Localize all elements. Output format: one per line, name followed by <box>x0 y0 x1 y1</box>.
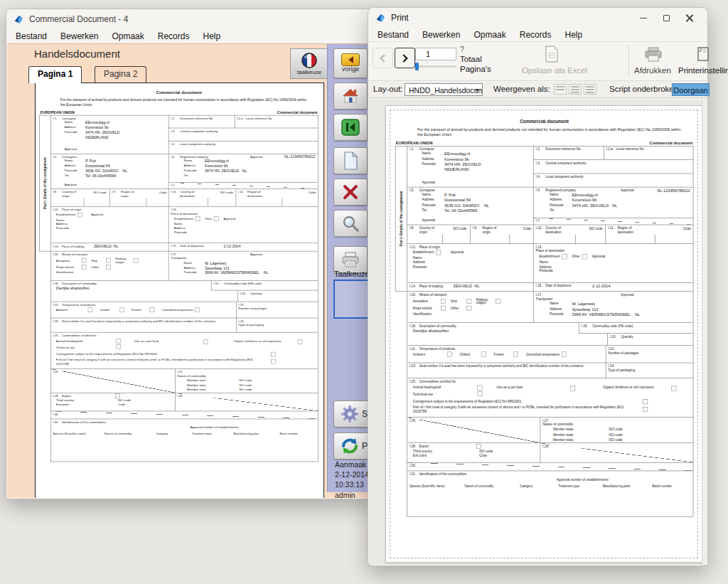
company-postcode[interactable]: 3474 HN ZEGVELD NL <box>205 169 247 174</box>
field-i27-nature-commodity[interactable]: I.27.Nature of commodity Member stateISO… <box>176 368 318 392</box>
fertilizers-checkbox[interactable] <box>671 386 676 391</box>
description-value[interactable]: Dierlijke afvalstoffen <box>413 329 577 334</box>
consignee-address[interactable]: Dorpsstraat 54 <box>85 164 110 169</box>
view-mode-form-button[interactable] <box>554 84 567 95</box>
chilled-checkbox[interactable] <box>481 352 486 357</box>
field-i14-place-loading[interactable]: I.14.Place of loading ZEGVELD NL <box>51 243 169 251</box>
field-i10-country-destination[interactable]: I.10.Country of destination ISO code <box>534 225 606 243</box>
field-i24-packaging[interactable]: I.24.Type of packaging <box>237 318 318 332</box>
field-i1-consignor[interactable]: I.1.Consignor NameEEnvoudigg.nl AddressK… <box>407 146 534 186</box>
menu-bewerken[interactable]: Bewerken <box>422 30 460 40</box>
consignor-country[interactable]: NEDERLAND <box>85 135 108 140</box>
field-i13-place-destination[interactable]: I.13.Place of destination Establishment … <box>169 206 318 243</box>
consignee-address[interactable]: Dorpsstraat 54 <box>444 198 471 203</box>
company-name[interactable]: EEnvoudigg.nl <box>572 193 598 198</box>
consignee-postcode[interactable]: 3639 GG DAARZO NL <box>85 169 127 174</box>
view-mode-table-button[interactable] <box>584 84 596 95</box>
establishment-checkbox[interactable] <box>196 216 200 221</box>
field-i5-consignee[interactable]: I.5.Consignee NameP. Puk AddressDorpsstr… <box>407 187 534 224</box>
field-i14-place-loading[interactable]: I.14.Place of loading ZEGVELD NL <box>407 282 534 291</box>
save-as-excel-label[interactable]: Opslaan als Excel <box>522 66 587 75</box>
field-i18-description[interactable]: I.18.Description of commodity Dierlijke … <box>51 280 211 301</box>
field-i17-transporter[interactable]: I.17.Transporter Approval NameW. Lagerwe… <box>169 251 318 280</box>
print-titlebar[interactable]: Print <box>368 8 707 28</box>
establishment-checkbox[interactable] <box>77 213 82 217</box>
menu-bewerken[interactable]: Bewerken <box>60 31 98 41</box>
field-i3-central-authority[interactable]: I.3.Central competent authority <box>534 159 693 174</box>
reg999-checkbox[interactable] <box>643 399 648 404</box>
other-checkbox[interactable] <box>214 216 218 221</box>
menu-bestand[interactable]: Bestand <box>16 31 47 41</box>
field-i17-transporter[interactable]: I.17.Transporter Approval NameW. Lagerwe… <box>534 292 693 323</box>
continue-button[interactable]: Doorgaan <box>672 83 710 96</box>
field-i4-local-authority[interactable]: I.4.Local competent authority <box>169 141 318 154</box>
tab-pagina-2[interactable]: Pagina 2 <box>95 66 146 83</box>
field-i19-commodity-code[interactable]: I.19.Commodity code (HS code) <box>579 323 693 334</box>
consignor-name[interactable]: EEnvoudigg.nl <box>85 120 109 125</box>
menu-records[interactable]: Records <box>520 30 552 40</box>
consignor-postcode[interactable]: 3474 HN ZEGVELD <box>85 130 119 135</box>
fertilizers-checkbox[interactable] <box>298 339 302 344</box>
transporter-name[interactable]: W. Lagerweij <box>205 261 226 266</box>
technical-use-checkbox[interactable] <box>478 391 483 396</box>
export-checkbox[interactable] <box>115 393 119 398</box>
field-i27-nature-commodity[interactable]: I.27.Nature of commodity Member stateISO… <box>540 418 693 443</box>
field-i4-local-authority[interactable]: I.4.Local competent authority <box>534 174 693 187</box>
technical-use-checkbox[interactable] <box>117 344 121 349</box>
establishment-checkbox[interactable] <box>436 250 441 255</box>
company-approval-number[interactable]: NL-123456789012 <box>284 154 316 159</box>
taalkeuze-button[interactable]: taalkeuze <box>290 48 328 79</box>
company-name[interactable]: EEnvoudigg.nl <box>205 159 229 164</box>
home-button[interactable] <box>333 83 368 110</box>
print-action-button[interactable] <box>644 47 663 65</box>
fishoil-checkbox[interactable] <box>271 359 275 363</box>
consignee-tel[interactable]: Tel: 06-33x445566 <box>85 174 116 179</box>
page-slider-thumb[interactable] <box>415 63 419 70</box>
field-i31-identification[interactable]: I.31.Identification of the commodities A… <box>407 471 693 516</box>
transporter-address[interactable]: Speedway 121 <box>572 307 599 312</box>
field-i9-region-origin[interactable]: I.9.Region of origin Code <box>470 225 533 243</box>
consignee-tel[interactable]: Tel: 06-33x445566 <box>444 208 477 213</box>
railway-checkbox[interactable] <box>496 299 500 304</box>
field-i1-consignor[interactable]: I.1.Consignor NameEEnvoudigg.nl AddressK… <box>51 115 169 154</box>
field-i12-place-origin[interactable]: I.12.Place of origin Establishment Appro… <box>407 244 534 282</box>
aeroplane-checkbox[interactable] <box>82 258 86 262</box>
field-i15-date-departure[interactable]: I.15.Date of departure 2-12-2014 <box>169 243 318 251</box>
next-page-button[interactable] <box>395 48 415 68</box>
field-i23-seal-number[interactable]: I.23. Seal number if a seal has been imp… <box>51 318 237 332</box>
company-approval-number[interactable]: NL-123456789012 <box>657 188 690 193</box>
consignor-country[interactable]: NEDERLAND <box>444 167 469 172</box>
transporter-postcode[interactable]: 3999 AV VERWEGSTERADEEL NL <box>205 270 268 275</box>
field-i8-country-origin[interactable]: I.8.Country of origin ISO code <box>407 225 470 243</box>
field-i11-region-destination[interactable]: I.11.Region of destination Code <box>606 225 693 243</box>
consignee-name[interactable]: P. Puk <box>85 159 96 164</box>
field-i25-certified-for[interactable]: I.25.Commodities certified for: Animal f… <box>51 332 318 368</box>
transporter-postcode[interactable]: 3999 AV VERWEGSTERADEEL NL <box>572 312 641 317</box>
field-i13-place-destination[interactable]: I.13.Place of destination Establishment … <box>534 244 693 282</box>
consignor-name[interactable]: EEnvoudigg.nl <box>444 152 470 156</box>
field-i16-means-transport[interactable]: I.16.Means of transport Aeroplane Ship R… <box>407 292 534 323</box>
ambient-checkbox[interactable] <box>447 352 452 357</box>
controlled-temp-checkbox[interactable] <box>562 352 567 357</box>
field-i2-doc-ref[interactable]: I.2.Document reference No <box>534 146 604 159</box>
consignor-address[interactable]: Korensloot 9b <box>444 156 469 161</box>
field-i31-identification[interactable]: I.31.Identification of the commodities A… <box>51 419 318 462</box>
field-i5-consignee[interactable]: I.5.Consignee NameP. Puk AddressDorpsstr… <box>51 154 169 189</box>
close-button[interactable] <box>678 9 700 26</box>
road-checkbox[interactable] <box>82 265 86 269</box>
tab-pagina-1[interactable]: Pagina 1 <box>28 66 82 83</box>
ship-checkbox[interactable] <box>106 258 110 262</box>
fishoil-checkbox[interactable] <box>643 407 648 412</box>
field-i2-doc-ref[interactable]: I.2.Document reference No <box>169 115 235 127</box>
date-departure-value[interactable]: 2-12-2014 <box>592 284 611 290</box>
page-slider[interactable] <box>415 65 456 68</box>
company-postcode[interactable]: 3474 HN ZEGVELD NL <box>572 203 618 208</box>
establishment-checkbox[interactable] <box>562 255 567 260</box>
field-i23-seal-number[interactable]: I.23. Seal number if a seal has been imp… <box>407 363 606 378</box>
consignor-address[interactable]: Korensloot 9b <box>85 125 109 130</box>
road-checkbox[interactable] <box>441 306 446 311</box>
transporter-name[interactable]: W. Lagerweij <box>572 302 595 307</box>
preview-scrollbar[interactable] <box>702 100 707 565</box>
field-i22-packages[interactable]: I.22.Number of packages <box>237 302 318 317</box>
field-i16-means-transport[interactable]: I.16.Means of transport Aeroplane Ship R… <box>51 251 169 280</box>
